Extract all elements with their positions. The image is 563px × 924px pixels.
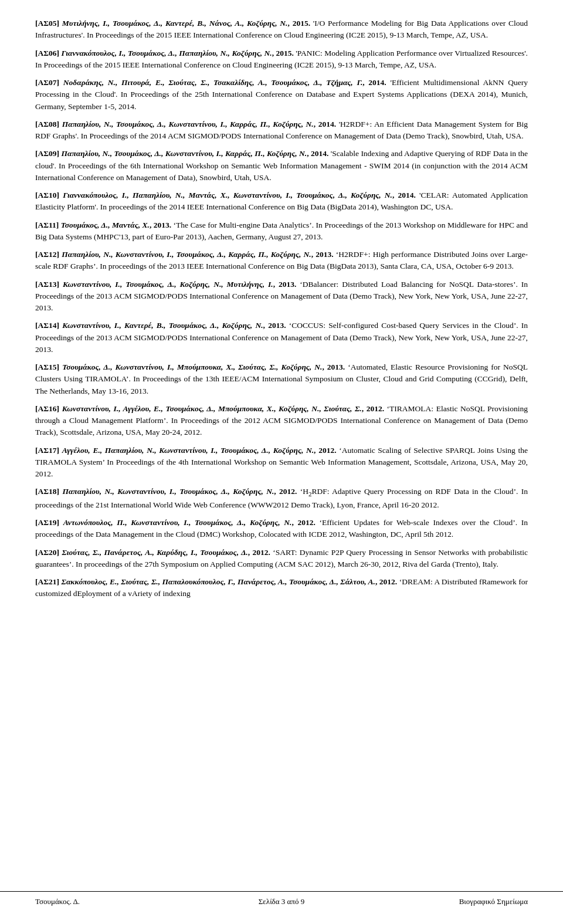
entry-text: [ΑΣ18] Παπαηλίου, Ν., Κωνσταντίνου, Ι., … (35, 487, 528, 509)
entry-text: [ΑΣ19] Αντωνόπουλος, Π., Κωνσταντίνου, Ι… (35, 518, 528, 539)
entry-tag: [ΑΣ15] (35, 363, 62, 371)
entry-text: [ΑΣ07] Νοδαράκης, Ν., Πιτουρά, Ε., Σιούτ… (35, 78, 528, 111)
entry-text: [ΑΣ11] Τσουμάκος, Δ., Μαντάς, Χ., 2013. … (35, 221, 528, 241)
entry-text: [ΑΣ17] Αγγέλου, Ε., Παπαηλίου, Ν., Κωνστ… (35, 446, 528, 479)
entry-text: [ΑΣ16] Κωνσταντίνου, Ι., Αγγέλου, Ε., Τσ… (35, 404, 528, 437)
bibliography-entry: [ΑΣ15] Τσουμάκος, Δ., Κωνσταντίνου, Ι., … (35, 361, 528, 397)
footer-center: Σελίδα 3 από 9 (199, 896, 364, 908)
entry-tag: [ΑΣ17] (35, 446, 62, 455)
entry-tag: [ΑΣ14] (35, 321, 62, 330)
page: [ΑΣ05] Μυτιλήνης, Ι., Τσουμάκος, Δ., Καν… (0, 0, 563, 924)
entry-tag: [ΑΣ13] (35, 280, 63, 289)
bibliography-entry: [ΑΣ05] Μυτιλήνης, Ι., Τσουμάκος, Δ., Καν… (35, 18, 528, 42)
bibliography-entry: [ΑΣ14] Κωνσταντίνου, Ι., Καντερέ, Β., Τσ… (35, 320, 528, 356)
entry-text: [ΑΣ06] Γιαννακόπουλος, Ι., Τσουμάκος, Δ.… (35, 49, 528, 69)
bibliography-entry: [ΑΣ16] Κωνσταντίνου, Ι., Αγγέλου, Ε., Τσ… (35, 403, 528, 439)
entry-text: [ΑΣ08] Παπαηλίου, Ν., Τσουμάκος, Δ., Κων… (35, 120, 528, 140)
bibliography-entry: [ΑΣ17] Αγγέλου, Ε., Παπαηλίου, Ν., Κωνστ… (35, 445, 528, 480)
footer-left: Τσουμάκος. Δ. (35, 896, 199, 908)
entry-text: [ΑΣ12] Παπαηλίου, Ν., Κωνσταντίνου, Ι., … (35, 250, 528, 270)
entry-tag: [ΑΣ16] (35, 404, 62, 413)
entry-tag: [ΑΣ08] (35, 120, 62, 128)
entries-container: [ΑΣ05] Μυτιλήνης, Ι., Τσουμάκος, Δ., Καν… (35, 18, 528, 600)
bibliography-entry: [ΑΣ10] Γιαννακόπουλος, Ι., Παπαηλίου, Ν.… (35, 189, 528, 214)
entry-text: [ΑΣ09] Παπαηλίου, Ν., Τσουμάκος, Δ., Κων… (35, 149, 528, 182)
footer: Τσουμάκος. Δ. Σελίδα 3 από 9 Βιογραφικό … (0, 891, 563, 912)
entry-tag: [ΑΣ10] (35, 191, 63, 199)
entry-text: [ΑΣ10] Γιαννακόπουλος, Ι., Παπαηλίου, Ν.… (35, 191, 528, 211)
entry-tag: [ΑΣ05] (35, 19, 62, 28)
entry-tag: [ΑΣ20] (35, 548, 62, 557)
bibliography-entry: [ΑΣ12] Παπαηλίου, Ν., Κωνσταντίνου, Ι., … (35, 249, 528, 273)
entry-text: [ΑΣ14] Κωνσταντίνου, Ι., Καντερέ, Β., Τσ… (35, 321, 528, 354)
bibliography-entry: [ΑΣ06] Γιαννακόπουλος, Ι., Τσουμάκος, Δ.… (35, 48, 528, 72)
entry-tag: [ΑΣ12] (35, 250, 62, 259)
entry-tag: [ΑΣ06] (35, 49, 62, 57)
entry-tag: [ΑΣ07] (35, 78, 63, 87)
entry-tag: [ΑΣ18] (35, 487, 62, 496)
entry-tag: [ΑΣ19] (35, 518, 63, 527)
entry-text: [ΑΣ05] Μυτιλήνης, Ι., Τσουμάκος, Δ., Καν… (35, 19, 528, 39)
entry-text: [ΑΣ21] Σακκόπουλος, Ε., Σιούτας, Σ., Παπ… (35, 577, 528, 598)
bibliography-entry: [ΑΣ18] Παπαηλίου, Ν., Κωνσταντίνου, Ι., … (35, 486, 528, 511)
entry-text: [ΑΣ15] Τσουμάκος, Δ., Κωνσταντίνου, Ι., … (35, 363, 528, 395)
bibliography-entry: [ΑΣ20] Σιούτας, Σ., Πανάρετος, Α., Καρύδ… (35, 547, 528, 571)
entry-tag: [ΑΣ21] (35, 577, 62, 586)
bibliography-entry: [ΑΣ07] Νοδαράκης, Ν., Πιτουρά, Ε., Σιούτ… (35, 77, 528, 113)
entry-text: [ΑΣ20] Σιούτας, Σ., Πανάρετος, Α., Καρύδ… (35, 548, 528, 568)
bibliography-entry: [ΑΣ08] Παπαηλίου, Ν., Τσουμάκος, Δ., Κων… (35, 119, 528, 143)
bibliography-entry: [ΑΣ11] Τσουμάκος, Δ., Μαντάς, Χ., 2013. … (35, 219, 528, 243)
entry-tag: [ΑΣ11] (35, 221, 61, 229)
footer-right: Βιογραφικό Σημείωμα (364, 896, 528, 908)
entry-text: [ΑΣ13] Κωνσταντίνου, Ι., Τσουμάκος, Δ., … (35, 280, 528, 313)
entry-tag: [ΑΣ09] (35, 149, 62, 158)
bibliography-entry: [ΑΣ13] Κωνσταντίνου, Ι., Τσουμάκος, Δ., … (35, 279, 528, 314)
bibliography-entry: [ΑΣ19] Αντωνόπουλος, Π., Κωνσταντίνου, Ι… (35, 517, 528, 541)
bibliography-entry: [ΑΣ21] Σακκόπουλος, Ε., Σιούτας, Σ., Παπ… (35, 576, 528, 600)
bibliography-entry: [ΑΣ09] Παπαηλίου, Ν., Τσουμάκος, Δ., Κων… (35, 148, 528, 184)
